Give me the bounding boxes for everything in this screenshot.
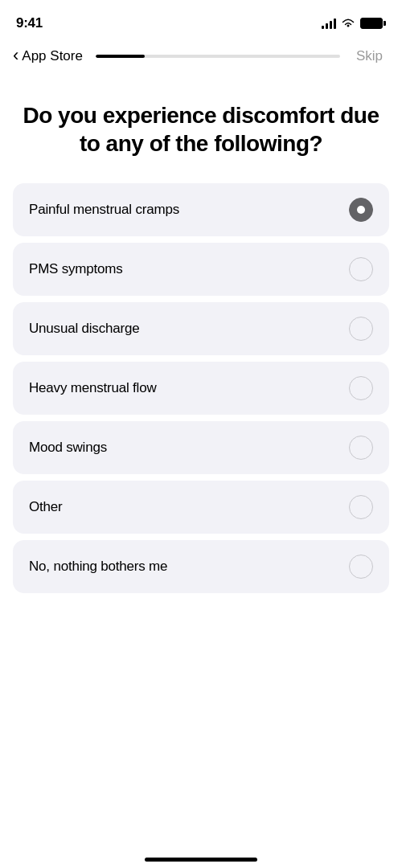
back-button[interactable]: ‹ App Store (13, 48, 83, 64)
question-title: Do you experience discomfort due to any … (19, 101, 383, 158)
radio-unselected-icon (349, 436, 373, 460)
option-pms-symptoms[interactable]: PMS symptoms (13, 243, 389, 296)
status-bar: 9:41 (0, 0, 402, 40)
radio-selected-icon (349, 198, 373, 222)
progress-fill (96, 55, 145, 58)
battery-icon (360, 18, 386, 29)
option-painful-menstrual-cramps[interactable]: Painful menstrual cramps (13, 183, 389, 236)
radio-unselected-icon (349, 317, 373, 341)
option-nothing-bothers-me[interactable]: No, nothing bothers me (13, 540, 389, 593)
status-time: 9:41 (16, 15, 43, 31)
option-label: PMS symptoms (29, 261, 123, 277)
options-list: Painful menstrual cramps PMS symptoms Un… (0, 177, 402, 612)
option-label: Painful menstrual cramps (29, 202, 179, 218)
radio-unselected-icon (349, 555, 373, 579)
option-mood-swings[interactable]: Mood swings (13, 421, 389, 474)
option-label: Mood swings (29, 440, 107, 456)
option-label: Other (29, 499, 63, 515)
option-other[interactable]: Other (13, 481, 389, 534)
nav-bar: ‹ App Store Skip (0, 40, 402, 76)
option-label: Unusual discharge (29, 321, 139, 337)
home-indicator (145, 858, 257, 862)
radio-unselected-icon (349, 257, 373, 281)
radio-unselected-icon (349, 376, 373, 400)
option-label: No, nothing bothers me (29, 559, 167, 575)
radio-unselected-icon (349, 495, 373, 519)
radio-inner (357, 206, 365, 214)
signal-icon (322, 18, 336, 29)
wifi-icon (341, 18, 355, 29)
option-unusual-discharge[interactable]: Unusual discharge (13, 302, 389, 355)
question-section: Do you experience discomfort due to any … (0, 76, 402, 177)
status-icons (322, 18, 386, 29)
progress-bar (96, 55, 340, 58)
option-label: Heavy menstrual flow (29, 380, 157, 396)
chevron-left-icon: ‹ (13, 47, 18, 64)
back-label: App Store (22, 48, 83, 64)
skip-button[interactable]: Skip (353, 45, 386, 68)
option-heavy-menstrual-flow[interactable]: Heavy menstrual flow (13, 362, 389, 415)
